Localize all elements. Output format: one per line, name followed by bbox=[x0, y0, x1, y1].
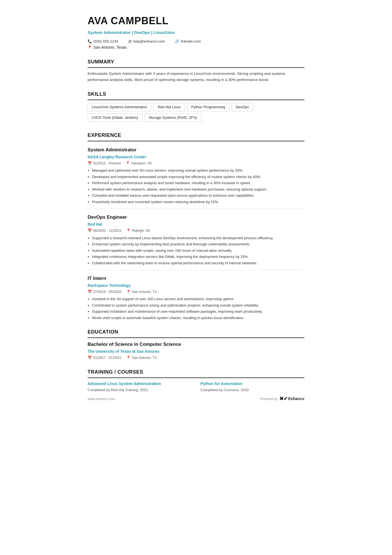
job-dates: 📅 07/2019 - 05/2020 bbox=[88, 289, 121, 295]
location-contact: 📍 San Antonio, Texas bbox=[88, 45, 304, 50]
calendar-icon: 📅 bbox=[88, 355, 92, 361]
edu-school: The University of Texas at San Antonio bbox=[88, 349, 304, 354]
list-item: Enhanced system security by implementing… bbox=[92, 241, 304, 247]
training-section: TRAINING / COURSES Advanced Linux System… bbox=[88, 368, 304, 393]
email-contact: @ help@enhancv.com bbox=[128, 39, 165, 44]
job-company: Rackspace Technology bbox=[88, 283, 304, 288]
skills-divider bbox=[88, 100, 304, 100]
brand-name: Enhancv bbox=[288, 396, 304, 402]
experience-section: EXPERIENCE System Administrator NASA Lan… bbox=[88, 132, 304, 320]
pin-icon: 📍 bbox=[126, 289, 131, 295]
job-location: 📍 Hampton, VA bbox=[126, 161, 152, 166]
list-item: Assisted in the SA support of over 100 L… bbox=[92, 296, 304, 302]
list-item: Compiled and installed various user-requ… bbox=[92, 193, 304, 198]
location-icon: 📍 bbox=[88, 45, 92, 50]
calendar-icon: 📅 bbox=[88, 161, 92, 166]
job-entry: IT Intern Rackspace Technology 📅 07/2019… bbox=[88, 275, 304, 320]
job-dates: 📅 01/2022 - Present bbox=[88, 161, 121, 166]
calendar-icon: 📅 bbox=[88, 228, 92, 233]
skill-tag: Storage Systems (RAID, ZFS) bbox=[145, 114, 201, 122]
job-meta: 📅 07/2019 - 05/2020 📍 San Antonio, TX bbox=[88, 289, 304, 295]
summary-divider bbox=[88, 67, 304, 68]
website-contact: 🔗 linkedin.com bbox=[175, 39, 201, 44]
list-item: Worked with vendors to research, advise,… bbox=[92, 187, 304, 192]
resume-page: AVA CAMPBELL System Administrator | DevO… bbox=[71, 0, 321, 409]
phone-icon: 📞 bbox=[88, 39, 92, 44]
job-location: 📍 San Antonio, TX bbox=[126, 289, 157, 295]
list-item: Developed and implemented automated scri… bbox=[92, 174, 304, 180]
training-item-sub: Completed by Coursera, 2020 bbox=[200, 387, 304, 393]
phone-value: (555) 555-1234 bbox=[93, 39, 118, 44]
training-divider bbox=[88, 378, 304, 378]
training-item-title: Advanced Linux System Administration bbox=[88, 381, 192, 387]
summary-section: SUMMARY Enthusiastic System Administrato… bbox=[88, 58, 304, 83]
job-dates: 📅 06/2020 - 12/2021 bbox=[88, 228, 121, 233]
list-item: Contributed to system performance tuning… bbox=[92, 303, 304, 308]
skills-section: SKILLS Linux/Unix Systems Administration… bbox=[88, 90, 304, 124]
email-value: help@enhancv.com bbox=[133, 39, 165, 44]
edu-container: Bachelor of Science in Computer Science … bbox=[88, 341, 304, 360]
header: AVA CAMPBELL System Administrator | DevO… bbox=[88, 13, 304, 50]
list-item: Supported a research-oriented Linux-base… bbox=[92, 235, 304, 241]
job-location: 📍 Raleigh, NC bbox=[126, 228, 150, 233]
training-item-sub: Completed by Red Hat Training, 2021 bbox=[88, 387, 192, 393]
list-item: Supported installation and maintenance o… bbox=[92, 309, 304, 314]
calendar-icon: 📅 bbox=[88, 289, 92, 295]
training-item: Advanced Linux System Administration Com… bbox=[88, 381, 192, 393]
job-divider bbox=[88, 270, 304, 270]
pin-icon: 📍 bbox=[126, 228, 131, 233]
link-icon: 🔗 bbox=[175, 39, 179, 44]
education-title: EDUCATION bbox=[88, 328, 304, 336]
location-value: San Antonio, Texas bbox=[93, 45, 127, 50]
job-entry: System Administrator NASA Langley Resear… bbox=[88, 146, 304, 204]
skill-tag: CI/CD Tools (Gitlab, Jenkins) bbox=[88, 114, 142, 122]
jobs-container: System Administrator NASA Langley Resear… bbox=[88, 146, 304, 320]
skill-tag: Red Hat Linux bbox=[153, 103, 185, 111]
edu-location: 📍 San Antonio, TX bbox=[126, 355, 157, 361]
skills-list: Linux/Unix Systems AdministrationRed Hat… bbox=[88, 103, 304, 124]
training-item: Python for Automation Completed by Cours… bbox=[200, 381, 304, 393]
job-title: System Administrator bbox=[88, 146, 304, 154]
skill-tag: DevOps bbox=[232, 103, 253, 111]
skill-tag: Python Programming bbox=[187, 103, 229, 111]
job-title: DevOps Engineer bbox=[88, 214, 304, 221]
contact-bar: 📞 (555) 555-1234 @ help@enhancv.com 🔗 li… bbox=[88, 39, 304, 44]
edu-entry: Bachelor of Science in Computer Science … bbox=[88, 341, 304, 360]
candidate-name: AVA CAMPBELL bbox=[88, 13, 304, 28]
summary-title: SUMMARY bbox=[88, 58, 304, 66]
list-item: Managed and optimized over 50 Linux serv… bbox=[92, 168, 304, 173]
job-entry: DevOps Engineer Red Hat 📅 06/2020 - 12/2… bbox=[88, 214, 304, 266]
training-container: Advanced Linux System Administration Com… bbox=[88, 381, 304, 393]
job-title: IT Intern bbox=[88, 275, 304, 282]
experience-divider bbox=[88, 141, 304, 141]
candidate-title: System Administrator | DevOps | Linux/Un… bbox=[88, 29, 304, 36]
logo-icon: ✖✔ bbox=[279, 395, 288, 403]
training-title: TRAINING / COURSES bbox=[88, 368, 304, 376]
footer-website: www.enhancv.com bbox=[88, 396, 115, 401]
powered-by-label: Powered by bbox=[260, 396, 277, 401]
list-item: Wrote shell scripts to automate baseline… bbox=[92, 315, 304, 321]
edu-meta: 📅 01/2017 - 01/2021 📍 San Antonio, TX bbox=[88, 355, 304, 361]
pin-icon: 📍 bbox=[126, 161, 130, 166]
job-bullets: Managed and optimized over 50 Linux serv… bbox=[92, 168, 304, 204]
job-company: Red Hat bbox=[88, 221, 304, 227]
education-divider bbox=[88, 337, 304, 338]
job-divider bbox=[88, 208, 304, 209]
footer-brand: Powered by ✖✔ Enhancv bbox=[260, 395, 304, 403]
job-meta: 📅 01/2022 - Present 📍 Hampton, VA bbox=[88, 161, 304, 166]
list-item: Integrated continuous integration server… bbox=[92, 254, 304, 260]
footer: www.enhancv.com Powered by ✖✔ Enhancv bbox=[88, 395, 304, 403]
email-icon: @ bbox=[128, 39, 132, 44]
list-item: Collaborated with the networking team to… bbox=[92, 260, 304, 266]
skill-tag: Linux/Unix Systems Administration bbox=[88, 103, 151, 111]
list-item: Performed system performance analysis an… bbox=[92, 180, 304, 186]
skills-title: SKILLS bbox=[88, 90, 304, 98]
phone-contact: 📞 (555) 555-1234 bbox=[88, 39, 118, 44]
website-value: linkedin.com bbox=[181, 39, 201, 44]
summary-text: Enthusiastic System Administrator with 3… bbox=[88, 71, 304, 83]
edu-degree: Bachelor of Science in Computer Science bbox=[88, 341, 304, 348]
job-bullets: Supported a research-oriented Linux-base… bbox=[92, 235, 304, 266]
education-section: EDUCATION Bachelor of Science in Compute… bbox=[88, 328, 304, 360]
list-item: Automated repetitive tasks with scripts,… bbox=[92, 248, 304, 253]
job-meta: 📅 06/2020 - 12/2021 📍 Raleigh, NC bbox=[88, 228, 304, 233]
